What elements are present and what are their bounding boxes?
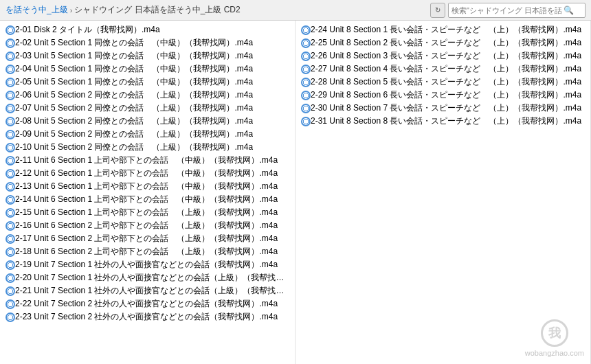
file-name: 2-01 Disk 2 タイトル（我帮找网）.m4a [15, 24, 160, 36]
audio-file-icon [301, 78, 311, 87]
audio-file-icon [5, 234, 15, 244]
list-item[interactable]: 2-08 Unit 5 Section 2 同僚との会話 （上級）（我帮找网）.… [0, 115, 295, 128]
list-item[interactable]: 2-23 Unit 7 Section 2 社外の人や面接官などとの会話（我帮找… [0, 310, 295, 323]
audio-file-icon [5, 247, 15, 257]
audio-file-icon [5, 91, 15, 100]
file-name: 2-23 Unit 7 Section 2 社外の人や面接官などとの会話（我帮找… [15, 311, 278, 323]
breadcrumb-separator: › [70, 6, 73, 14]
audio-file-icon [5, 169, 15, 179]
file-area: 2-01 Disk 2 タイトル（我帮找网）.m4a2-02 Unit 5 Se… [0, 21, 591, 364]
file-name: 2-06 Unit 5 Section 2 同僚との会話 （上級）（我帮找网）.… [15, 89, 253, 101]
audio-file-icon [5, 156, 15, 166]
list-item[interactable]: 2-04 Unit 5 Section 1 同僚との会話 （中級）（我帮找网）.… [0, 62, 295, 76]
list-item[interactable]: 2-19 Unit 7 Section 1 社外の人や面接官などとの会話（我帮找… [0, 258, 295, 271]
file-name: 2-18 Unit 6 Section 2 上司や部下との会話 （上級）（我帮找… [15, 246, 278, 258]
file-name: 2-21 Unit 7 Section 1 社外の人や面接官などとの会話（上級）… [15, 285, 289, 297]
file-name: 2-22 Unit 7 Section 2 社外の人や面接官などとの会話（我帮找… [15, 298, 278, 310]
file-name: 2-30 Unit 8 Section 7 長い会話・スピーチなど （上）（我帮… [311, 102, 581, 114]
list-item[interactable]: 2-17 Unit 6 Section 2 上司や部下との会話 （上級）（我帮找… [0, 232, 295, 245]
list-item[interactable]: 2-13 Unit 6 Section 1 上司や部下との会話 （中級）（我帮找… [0, 180, 295, 193]
file-name: 2-10 Unit 5 Section 2 同僚との会話 （上級）（我帮找网）.… [15, 141, 253, 153]
list-item[interactable]: 2-15 Unit 6 Section 1 上司や部下との会話 （上級）（我帮找… [0, 206, 295, 219]
file-name: 2-05 Unit 5 Section 1 同僚との会話 （中級）（我帮找网）.… [15, 76, 253, 88]
audio-file-icon [301, 52, 311, 61]
list-item[interactable]: 2-16 Unit 6 Section 2 上司や部下との会話 （上級）（我帮找… [0, 219, 295, 232]
file-name: 2-07 Unit 5 Section 2 同僚との会話 （上級）（我帮找网）.… [15, 102, 253, 114]
refresh-button[interactable]: ↻ [430, 3, 445, 18]
file-name: 2-16 Unit 6 Section 2 上司や部下との会話 （上級）（我帮找… [15, 220, 278, 231]
file-name: 2-25 Unit 8 Section 2 長い会話・スピーチなど （上）（我帮… [311, 37, 581, 49]
audio-file-icon [5, 104, 15, 113]
list-item[interactable]: 2-30 Unit 8 Section 7 長い会話・スピーチなど （上）（我帮… [296, 102, 590, 115]
file-name: 2-15 Unit 6 Section 1 上司や部下との会話 （上級）（我帮找… [15, 207, 278, 218]
audio-file-icon [5, 143, 15, 152]
list-item[interactable]: 2-26 Unit 8 Section 3 長い会話・スピーチなど （上）（我帮… [296, 49, 590, 62]
list-item[interactable]: 2-25 Unit 8 Section 2 長い会話・スピーチなど （上）（我帮… [296, 36, 590, 49]
topbar-right: ↻ 🔍 [430, 3, 586, 18]
audio-file-icon [5, 195, 15, 205]
audio-file-icon [5, 65, 15, 74]
list-item[interactable]: 2-12 Unit 6 Section 1 上司や部下との会話 （中級）（我帮找… [0, 167, 295, 180]
file-name: 2-14 Unit 6 Section 1 上司や部下との会話 （中級）（我帮找… [15, 194, 278, 205]
file-name: 2-19 Unit 7 Section 1 社外の人や面接官などとの会話（我帮找… [15, 259, 278, 271]
file-name: 2-03 Unit 5 Section 1 同僚との会話 （中級）（我帮找网）.… [15, 50, 253, 62]
file-name: 2-13 Unit 6 Section 1 上司や部下との会話 （中級）（我帮找… [15, 181, 278, 192]
audio-file-icon [5, 38, 15, 48]
file-name: 2-27 Unit 8 Section 4 長い会話・スピーチなど （上）（我帮… [311, 63, 581, 75]
file-name: 2-29 Unit 8 Section 6 長い会話・スピーチなど （上）（我帮… [311, 89, 581, 101]
audio-file-icon [301, 25, 311, 35]
audio-file-icon [5, 299, 15, 309]
file-name: 2-12 Unit 6 Section 1 上司や部下との会話 （中級）（我帮找… [15, 168, 278, 179]
audio-file-icon [5, 286, 15, 296]
file-name: 2-28 Unit 8 Section 5 長い会話・スピーチなど （上）（我帮… [311, 76, 581, 88]
list-item[interactable]: 2-22 Unit 7 Section 2 社外の人や面接官などとの会話（我帮找… [0, 297, 295, 310]
audio-file-icon [5, 273, 15, 283]
audio-file-icon [301, 91, 311, 100]
list-item[interactable]: 2-05 Unit 5 Section 1 同僚との会話 （中級）（我帮找网）.… [0, 76, 295, 89]
audio-file-icon [5, 312, 15, 322]
list-item[interactable]: 2-11 Unit 6 Section 1 上司や部下との会話 （中級）（我帮找… [0, 154, 295, 167]
audio-file-icon [5, 117, 15, 126]
list-item[interactable]: 2-06 Unit 5 Section 2 同僚との会話 （上級）（我帮找网）.… [0, 89, 295, 102]
file-name: 2-08 Unit 5 Section 2 同僚との会話 （上級）（我帮找网）.… [15, 115, 253, 127]
list-item[interactable]: 2-24 Unit 8 Section 1 長い会話・スピーチなど （上）（我帮… [296, 23, 590, 36]
audio-file-icon [5, 221, 15, 231]
file-name: 2-02 Unit 5 Section 1 同僚との会話 （中級）（我帮找网）.… [15, 37, 253, 49]
list-item[interactable]: 2-02 Unit 5 Section 1 同僚との会話 （中級）（我帮找网）.… [0, 36, 295, 49]
list-item[interactable]: 2-27 Unit 8 Section 4 長い会話・スピーチなど （上）（我帮… [296, 62, 590, 76]
audio-file-icon [5, 78, 15, 87]
audio-file-icon [301, 104, 311, 113]
list-item[interactable]: 2-09 Unit 5 Section 2 同僚との会話 （上級）（我帮找网）.… [0, 128, 295, 141]
list-item[interactable]: 2-01 Disk 2 タイトル（我帮找网）.m4a [0, 23, 295, 36]
list-item[interactable]: 2-20 Unit 7 Section 1 社外の人や面接官などとの会話（上級）… [0, 271, 295, 284]
list-item[interactable]: 2-10 Unit 5 Section 2 同僚との会話 （上級）（我帮找网）.… [0, 141, 295, 154]
list-item[interactable]: 2-28 Unit 8 Section 5 長い会話・スピーチなど （上）（我帮… [296, 76, 590, 89]
list-item[interactable]: 2-31 Unit 8 Section 8 長い会話・スピーチなど （上）（我帮… [296, 115, 590, 128]
left-column: 2-01 Disk 2 タイトル（我帮找网）.m4a2-02 Unit 5 Se… [0, 21, 296, 364]
search-input[interactable] [451, 6, 561, 14]
list-item[interactable]: 2-18 Unit 6 Section 2 上司や部下との会話 （上級）（我帮找… [0, 245, 295, 258]
list-item[interactable]: 2-14 Unit 6 Section 1 上司や部下との会話 （中級）（我帮找… [0, 193, 295, 206]
file-name: 2-24 Unit 8 Section 1 長い会話・スピーチなど （上）（我帮… [311, 24, 581, 36]
list-item[interactable]: 2-29 Unit 8 Section 6 長い会話・スピーチなど （上）（我帮… [296, 89, 590, 102]
search-box: 🔍 [448, 3, 586, 18]
file-name: 2-20 Unit 7 Section 1 社外の人や面接官などとの会話（上級）… [15, 272, 289, 284]
file-name: 2-04 Unit 5 Section 1 同僚との会話 （中級）（我帮找网）.… [15, 63, 253, 75]
list-item[interactable]: 2-07 Unit 5 Section 2 同僚との会話 （上級）（我帮找网）.… [0, 102, 295, 115]
list-item[interactable]: 2-21 Unit 7 Section 1 社外の人や面接官などとの会話（上級）… [0, 284, 295, 297]
file-name: 2-09 Unit 5 Section 2 同僚との会話 （上級）（我帮找网）.… [15, 128, 253, 140]
audio-file-icon [5, 25, 15, 35]
file-name: 2-26 Unit 8 Section 3 長い会話・スピーチなど （上）（我帮… [311, 50, 581, 62]
file-name: 2-31 Unit 8 Section 8 長い会話・スピーチなど （上）（我帮… [311, 115, 581, 127]
search-icon: 🔍 [564, 5, 574, 15]
top-bar: を話そう中_上級 › シャドウイング 日本語を話そう中_上級 CD2 ↻ 🔍 [0, 0, 591, 21]
breadcrumb-current: シャドウイング 日本語を話そう中_上級 CD2 [74, 4, 240, 16]
audio-file-icon [301, 65, 311, 74]
right-column: 2-24 Unit 8 Section 1 長い会話・スピーチなど （上）（我帮… [296, 21, 591, 364]
audio-file-icon [301, 38, 311, 48]
file-name: 2-17 Unit 6 Section 2 上司や部下との会話 （上級）（我帮找… [15, 233, 278, 244]
audio-file-icon [5, 208, 15, 218]
breadcrumb-parent[interactable]: を話そう中_上級 [5, 4, 68, 16]
audio-file-icon [5, 260, 15, 270]
list-item[interactable]: 2-03 Unit 5 Section 1 同僚との会話 （中級）（我帮找网）.… [0, 49, 295, 62]
